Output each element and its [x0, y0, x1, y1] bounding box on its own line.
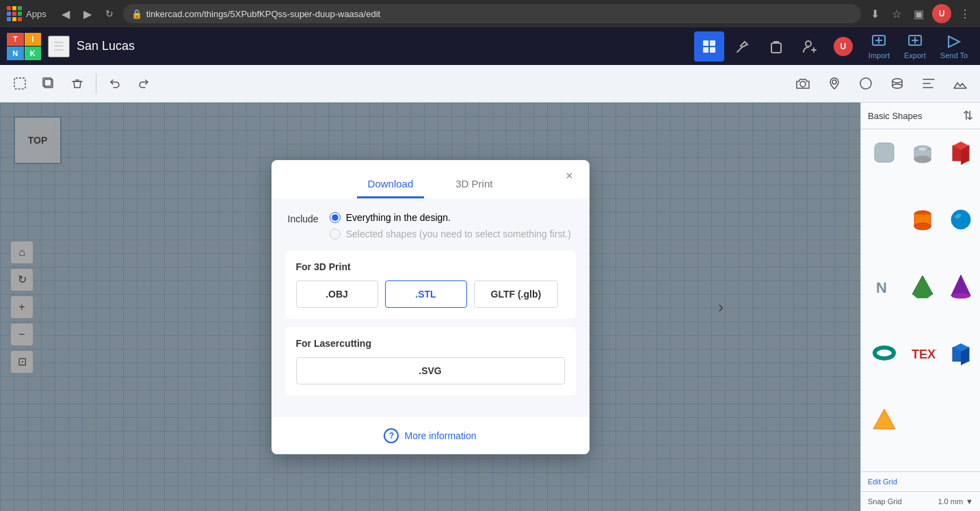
right-panel: Basic Shapes ⇅	[860, 103, 980, 511]
svg-point-27	[951, 210, 970, 229]
snap-grid-label: Snap Grid	[868, 497, 902, 506]
browser-chrome: Apps ◀ ▶ ↻ 🔒 tinkercad.com/things/5XPubf…	[0, 0, 980, 27]
svg-rect-3	[710, 47, 715, 53]
delete-btn[interactable]	[64, 70, 90, 96]
shape-empty	[868, 203, 901, 236]
radio-everything[interactable]: Everything in the design.	[330, 212, 571, 223]
svg-button[interactable]: .SVG	[296, 357, 565, 384]
shape-cylinder[interactable]	[906, 203, 939, 236]
svg-point-33	[951, 293, 970, 298]
snap-dropdown-icon[interactable]: ▼	[966, 497, 973, 506]
shape-torus[interactable]	[868, 337, 901, 369]
back-button[interactable]: ◀	[57, 5, 74, 22]
info-icon-text: ?	[389, 431, 394, 441]
for-3dprint-section: For 3D Print .OBJ .STL GLTF (.glb)	[285, 250, 576, 319]
apps-icon[interactable]	[7, 6, 22, 21]
shape-text-n[interactable]: N	[868, 270, 901, 302]
camera-btn[interactable]	[790, 70, 816, 96]
menu-icon[interactable]: ⋮	[957, 5, 973, 22]
svg-text:N: N	[876, 279, 887, 296]
forward-button[interactable]: ▶	[79, 5, 96, 22]
export-label: Export	[904, 51, 926, 60]
include-section: Include Everything in the design. Select…	[285, 212, 576, 239]
hamburger-menu-button[interactable]: ☰	[48, 36, 70, 57]
radio-selected[interactable]: Selected shapes (you need to select some…	[330, 228, 571, 239]
toolbar-right	[790, 70, 973, 96]
clipboard-button[interactable]	[761, 31, 791, 62]
main-area: TOP ⌂ ↻ + − ⊡ › Download	[0, 103, 980, 511]
obj-button[interactable]: .OBJ	[296, 280, 378, 308]
right-panel-header: Basic Shapes ⇅	[861, 103, 980, 129]
pickaxe-button[interactable]	[728, 31, 758, 62]
svg-rect-4	[771, 43, 781, 53]
align-btn[interactable]	[916, 70, 942, 96]
bookmark-icon[interactable]: ☆	[888, 5, 905, 22]
person-add-button[interactable]	[795, 31, 825, 62]
toolbar-separator-1	[96, 73, 96, 94]
snap-controls[interactable]: 1.0 mm ▼	[938, 497, 973, 506]
shape-text-3d[interactable]: TEXT	[906, 337, 939, 369]
shape-pyramid-yellow[interactable]	[868, 403, 901, 436]
gltf-button[interactable]: GLTF (.glb)	[474, 280, 559, 308]
modal-close-button[interactable]: ×	[560, 167, 579, 186]
app-container: T I N K ☰ San Lucas	[0, 27, 980, 511]
tab-3dprint[interactable]: 3D Print	[445, 171, 503, 198]
app-user-avatar[interactable]: U	[834, 37, 853, 56]
svg-point-20	[918, 148, 927, 151]
user-avatar[interactable]: U	[932, 4, 951, 23]
edit-grid-label[interactable]: Edit Grid	[868, 477, 897, 486]
shape-cylinder-hollow[interactable]	[906, 136, 939, 169]
svg-marker-39	[873, 409, 895, 429]
right-panel-footer: Edit Grid	[861, 471, 980, 491]
info-icon: ?	[384, 428, 399, 443]
shape-rounded-cube[interactable]	[868, 136, 901, 169]
radio-options: Everything in the design. Selected shape…	[330, 212, 571, 239]
shape-box-blue[interactable]	[944, 337, 977, 369]
radio-everything-input[interactable]	[330, 212, 341, 223]
send-to-button[interactable]: Send To	[935, 31, 973, 62]
svg-point-34	[875, 348, 894, 358]
for-3dprint-title: For 3D Print	[296, 261, 565, 272]
svg-point-19	[914, 156, 931, 163]
redo-btn[interactable]	[131, 70, 157, 96]
shape-cube-red[interactable]	[944, 136, 977, 169]
stl-button[interactable]: .STL	[385, 280, 467, 308]
mountain-btn[interactable]	[947, 70, 973, 96]
download-icon[interactable]: ⬇	[866, 5, 883, 22]
for-lasercutting-title: For Lasercutting	[296, 338, 565, 349]
address-bar[interactable]: 🔒 tinkercad.com/things/5XPubfKPQss-super…	[123, 4, 861, 23]
toolbar	[0, 65, 980, 103]
modal-overlay: Download 3D Print × Include Every	[0, 103, 860, 511]
select-btn[interactable]	[7, 70, 33, 96]
snap-value: 1.0 mm	[938, 497, 963, 506]
tab-download[interactable]: Download	[357, 171, 425, 198]
export-button[interactable]: Export	[899, 31, 931, 62]
svg-point-14	[892, 79, 902, 83]
grid-view-button[interactable]	[694, 31, 724, 62]
svg-point-11	[800, 81, 806, 87]
svg-point-15	[892, 84, 902, 88]
cylinder-btn[interactable]	[884, 70, 910, 96]
canvas-area[interactable]: TOP ⌂ ↻ + − ⊡ › Download	[0, 103, 860, 511]
shapes-label: Basic Shapes	[868, 111, 923, 121]
tinkercad-logo[interactable]: T I N K	[7, 33, 41, 60]
shape-pyramid-green[interactable]	[906, 270, 939, 302]
import-label: Import	[869, 51, 890, 60]
svg-rect-1	[710, 40, 715, 46]
more-info-label: More information	[404, 430, 476, 441]
circle-btn[interactable]	[853, 70, 879, 96]
shape-sphere[interactable]	[944, 203, 977, 236]
svg-point-5	[806, 41, 811, 47]
tab-icon[interactable]: ▣	[910, 5, 927, 22]
modal-header: Download 3D Print ×	[272, 160, 590, 198]
shapes-expand-arrow[interactable]: ⇅	[963, 108, 973, 123]
shape-cone-purple[interactable]	[944, 270, 977, 302]
copy-btn[interactable]	[36, 70, 62, 96]
refresh-button[interactable]: ↻	[101, 5, 118, 22]
location-btn[interactable]	[821, 70, 847, 96]
svg-point-13	[860, 78, 871, 89]
for-lasercutting-section: For Lasercutting .SVG	[285, 327, 576, 395]
undo-btn[interactable]	[102, 70, 128, 96]
import-button[interactable]: Import	[863, 31, 895, 62]
more-info-button[interactable]: ? More information	[384, 428, 476, 443]
